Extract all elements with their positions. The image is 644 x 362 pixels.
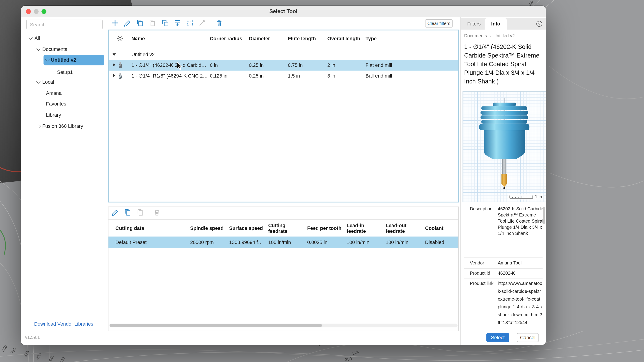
product-link-label: Product link xyxy=(470,280,494,287)
paste-tool-icon[interactable] xyxy=(148,19,156,27)
col-cutting-feedrate[interactable]: Cutting feedrate xyxy=(268,220,292,237)
breadcrumb-untitled-v2[interactable]: Untitled v2 xyxy=(494,33,515,38)
tool-overall-length: 2 in xyxy=(327,60,335,71)
merge-tools-icon[interactable] xyxy=(173,19,182,27)
tab-info[interactable]: Info xyxy=(484,18,507,30)
col-spindle-speed[interactable]: Spindle speed xyxy=(190,220,227,237)
column-header-name[interactable]: Name xyxy=(132,30,137,47)
horizontal-scrollbar[interactable] xyxy=(109,324,458,327)
info-tabstrip: Filters Info ? xyxy=(461,18,546,30)
column-header-flute-length[interactable]: Flute length xyxy=(288,30,316,47)
collapse-group-icon[interactable] xyxy=(112,54,116,56)
tree-item-favorites[interactable]: Favorites xyxy=(21,99,108,109)
product-link[interactable]: ff=1&fp=12544 xyxy=(498,320,545,326)
column-header-corner-radius[interactable]: Corner radius xyxy=(210,30,242,47)
product-link[interactable]: https://www.amanatoo xyxy=(498,280,545,287)
product-link[interactable]: k-solid-carbide-spektr xyxy=(498,288,545,294)
preset-surface-speed: 1308.99694 f… xyxy=(229,236,263,248)
breadcrumb-separator-icon: › xyxy=(489,33,491,38)
chevron-down-icon xyxy=(36,46,40,51)
col-feed-per-tooth[interactable]: Feed per tooth xyxy=(307,220,345,237)
col-lead-in-feedrate[interactable]: Lead-in feedrate xyxy=(346,220,370,237)
tool-row-46294[interactable]: 1 - ∅1/4" R1/8" (46294-K CNC 2… 0.125 in… xyxy=(109,71,458,82)
paste-preset-icon[interactable] xyxy=(136,208,145,216)
dialog-title: Select Tool xyxy=(21,6,546,17)
breadcrumb-documents[interactable]: Documents xyxy=(464,33,487,38)
tab-filters[interactable]: Filters xyxy=(463,18,484,30)
tool-name: 1 - ∅1/4" R1/8" (46294-K CNC 2… xyxy=(132,71,208,82)
col-coolant[interactable]: Coolant xyxy=(425,220,450,237)
select-button[interactable]: Select xyxy=(486,333,509,342)
help-icon[interactable]: ? xyxy=(536,21,542,26)
tree-item-local[interactable]: Local xyxy=(21,77,108,87)
tool-type: Ball end mill xyxy=(366,71,392,82)
product-link[interactable]: plunge-1-4-dia-x-3-4-x xyxy=(498,304,545,310)
col-cutting-data[interactable]: Cutting data xyxy=(116,220,155,237)
vertical-scrollbar-thumb[interactable] xyxy=(543,206,545,224)
tool-table-header: Name Corner radius Diameter Flute length… xyxy=(109,30,458,47)
horizontal-scrollbar-thumb[interactable] xyxy=(110,324,322,327)
add-tool-icon[interactable] xyxy=(111,19,119,27)
column-header-overall-length[interactable]: Overall length xyxy=(327,30,360,47)
chevron-right-icon xyxy=(37,124,41,128)
tree-item-documents[interactable]: Documents xyxy=(21,44,108,54)
end-mill-icon xyxy=(118,62,123,69)
tree-item-label: Setup1 xyxy=(57,67,73,77)
download-vendor-libraries-link[interactable]: Download Vendor Libraries xyxy=(34,321,93,327)
ruler-icon xyxy=(510,194,533,199)
tree-item-label: Documents xyxy=(42,44,67,54)
preset-feed-per-tooth: 0.0025 in xyxy=(307,236,328,248)
tree-item-untitled-v2[interactable]: Untitled v2 xyxy=(21,55,108,65)
preset-spindle-speed: 20000 rpm xyxy=(190,236,214,248)
dialog-titlebar: Select Tool xyxy=(21,6,546,17)
column-header-type[interactable]: Type xyxy=(366,30,376,47)
vendor-label: Vendor xyxy=(470,260,496,266)
tree-item-amana[interactable]: Amana xyxy=(21,88,108,98)
tool-group-row[interactable]: Untitled v2 xyxy=(109,49,458,60)
duplicate-tool-icon[interactable] xyxy=(161,19,169,27)
tool-corner-radius: 0.125 in xyxy=(210,71,228,82)
col-lead-out-feedrate[interactable]: Lead-out feedrate xyxy=(386,220,411,237)
scale-label: 1 in xyxy=(535,194,542,199)
tool-preview[interactable]: 1 in xyxy=(462,91,546,202)
expand-row-icon[interactable] xyxy=(113,63,116,66)
tool-overall-length: 3 in xyxy=(327,71,335,82)
product-link[interactable]: shank-down-cut.html? xyxy=(498,312,545,318)
tree-item-setup1[interactable]: Setup1 xyxy=(21,67,108,77)
delete-preset-icon[interactable] xyxy=(153,208,161,216)
tool-corner-radius: 0 in xyxy=(210,60,218,71)
tool-row-46202[interactable]: 1 - ∅1/4" (46202-K Solid Carbid… 0 in 0.… xyxy=(109,60,458,71)
edit-preset-icon[interactable] xyxy=(111,208,120,216)
tree-item-all[interactable]: All xyxy=(21,33,108,43)
product-link[interactable]: extreme-tool-life-coat xyxy=(498,296,545,302)
copy-tool-icon[interactable] xyxy=(136,19,144,27)
preset-row-default[interactable]: Default Preset 20000 rpm 1308.99694 f… 1… xyxy=(108,236,458,248)
breadcrumb: Documents › Untitled v2 xyxy=(464,33,515,38)
renumber-tools-icon[interactable]: 1→6 2→7 xyxy=(186,19,194,27)
copy-preset-icon[interactable] xyxy=(124,208,132,216)
renumber-line: 1→6 xyxy=(186,19,194,22)
clear-filters-button[interactable]: Clear filters xyxy=(425,19,452,28)
scale-indicator: 1 in xyxy=(508,194,544,200)
col-surface-speed[interactable]: Surface speed xyxy=(229,220,266,237)
screen: 800 350 360 375 400 425 500 200 225 250 … xyxy=(0,0,644,362)
edit-tool-icon[interactable] xyxy=(124,19,132,27)
preset-name: Default Preset xyxy=(116,236,147,248)
search-input[interactable] xyxy=(26,20,103,29)
divider xyxy=(464,268,542,268)
probe-tool-icon[interactable] xyxy=(198,19,206,27)
cancel-button[interactable]: Cancel xyxy=(517,333,539,342)
column-header-diameter[interactable]: Diameter xyxy=(249,30,270,47)
expand-row-icon[interactable] xyxy=(113,74,116,77)
preset-lead-in: 100 in/min xyxy=(346,236,369,248)
tree-item-label: Local xyxy=(42,77,54,87)
preset-cutting-feedrate: 100 in/min xyxy=(268,236,291,248)
select-tool-dialog: Select Tool All Documents Untitled v2 Se… xyxy=(21,6,546,345)
mouse-cursor xyxy=(177,62,183,71)
gear-icon[interactable] xyxy=(116,34,124,43)
tree-item-label: Untitled v2 xyxy=(51,55,76,65)
delete-tool-icon[interactable] xyxy=(215,19,223,27)
tree-item-library[interactable]: Library xyxy=(21,110,108,120)
tree-item-fusion-360-library[interactable]: Fusion 360 Library xyxy=(21,121,108,131)
tool-info-title: 1 - ∅1/4" (46202-K Solid Carbide Spektra… xyxy=(464,42,544,86)
